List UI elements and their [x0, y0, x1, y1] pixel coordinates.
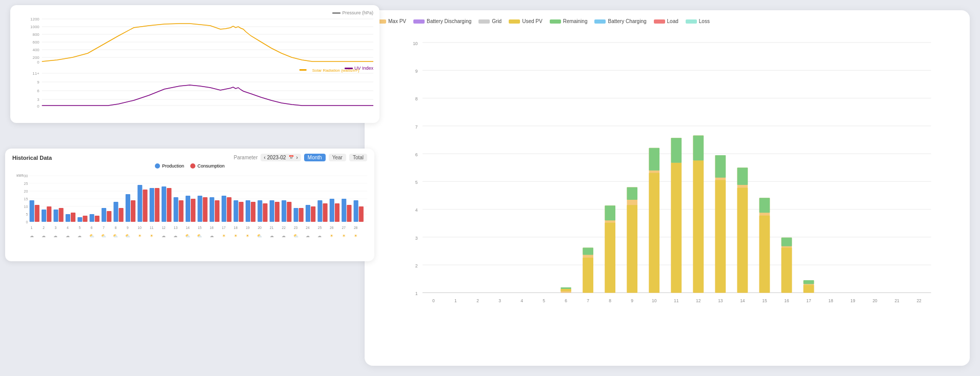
svg-text:6: 6 — [91, 226, 93, 229]
month-tab[interactable]: Month — [304, 154, 326, 161]
svg-rect-155 — [239, 202, 244, 222]
svg-text:19: 19 — [246, 226, 250, 229]
svg-text:7: 7 — [415, 124, 418, 130]
svg-text:⛅: ⛅ — [293, 233, 299, 238]
svg-rect-66 — [715, 180, 726, 293]
svg-text:20: 20 — [258, 226, 262, 229]
svg-rect-136 — [126, 194, 130, 222]
svg-text:☀: ☀ — [138, 234, 142, 238]
calendar-icon[interactable]: 📅 — [289, 155, 294, 160]
svg-text:☀: ☀ — [234, 234, 237, 238]
svg-text:14: 14 — [186, 226, 190, 229]
pressure-label: Pressure (hPa) — [342, 10, 373, 15]
legend-grid-label: Grid — [492, 18, 502, 24]
historical-title: Historical Data — [12, 155, 52, 161]
svg-rect-162 — [282, 200, 286, 222]
svg-text:5: 5 — [26, 213, 28, 216]
svg-text:3: 3 — [498, 298, 501, 303]
svg-text:☁: ☁ — [306, 234, 310, 238]
svg-rect-161 — [275, 202, 279, 222]
svg-rect-48 — [583, 258, 593, 293]
legend-usedpv-label: Used PV — [522, 18, 542, 24]
svg-rect-45 — [561, 289, 571, 291]
svg-rect-156 — [246, 200, 250, 222]
svg-text:9: 9 — [631, 298, 633, 303]
main-energy-panel: Max PV Battery Discharging Grid Used PV … — [365, 10, 970, 366]
svg-text:11+: 11+ — [32, 71, 39, 76]
date-navigator[interactable]: ‹ 2023-02 📅 › — [261, 154, 301, 161]
svg-text:0: 0 — [26, 220, 28, 224]
svg-rect-79 — [804, 280, 814, 284]
svg-text:☁: ☁ — [162, 234, 166, 238]
consumption-dot — [190, 163, 195, 169]
historical-legend: Production Consumption — [12, 163, 367, 169]
svg-text:☁: ☁ — [53, 234, 57, 238]
svg-text:1200: 1200 — [30, 17, 39, 22]
svg-text:18: 18 — [234, 226, 238, 229]
svg-rect-54 — [627, 205, 637, 293]
svg-rect-130 — [90, 214, 94, 222]
svg-rect-164 — [294, 208, 298, 222]
legend-load-label: Load — [667, 18, 678, 24]
svg-text:7: 7 — [103, 226, 105, 229]
svg-text:200: 200 — [32, 55, 39, 60]
legend-loss: Loss — [686, 18, 710, 24]
svg-rect-49 — [583, 247, 593, 255]
consumption-label: Consumption — [197, 163, 225, 169]
svg-text:3: 3 — [55, 226, 57, 229]
total-tab[interactable]: Total — [349, 154, 367, 161]
svg-text:⛅: ⛅ — [185, 233, 191, 238]
svg-text:3: 3 — [37, 97, 39, 102]
svg-text:13: 13 — [174, 226, 178, 229]
historical-controls: Parameter ‹ 2023-02 📅 › Month Year Total — [234, 154, 367, 161]
year-tab[interactable]: Year — [329, 154, 346, 161]
svg-text:16: 16 — [210, 226, 214, 229]
stacked-bar-chart: 10 9 8 7 6 5 4 3 2 1 0 1 2 3 4 — [375, 28, 959, 325]
svg-rect-149 — [203, 197, 207, 222]
svg-text:13: 13 — [718, 298, 723, 303]
svg-rect-158 — [257, 200, 262, 222]
svg-text:22: 22 — [916, 298, 922, 303]
svg-rect-128 — [77, 217, 82, 222]
svg-text:9: 9 — [415, 69, 418, 74]
svg-rect-167 — [311, 206, 315, 222]
legend-remaining: Remaining — [550, 18, 588, 24]
svg-rect-73 — [759, 198, 770, 213]
legend-usedpv-color — [509, 19, 520, 24]
production-label: Production — [162, 163, 184, 169]
svg-rect-132 — [102, 208, 106, 222]
svg-text:17: 17 — [806, 298, 811, 303]
svg-rect-134 — [113, 202, 118, 222]
svg-rect-67 — [715, 155, 726, 178]
svg-text:25: 25 — [24, 182, 28, 185]
svg-text:30: 30 — [24, 174, 28, 178]
next-month-button[interactable]: › — [296, 155, 298, 160]
production-dot — [155, 163, 160, 169]
svg-rect-51 — [605, 223, 615, 293]
svg-rect-60 — [671, 163, 682, 293]
svg-rect-126 — [66, 214, 70, 222]
svg-text:8: 8 — [609, 298, 611, 303]
legend-battery-discharge: Battery Discharging — [413, 18, 471, 24]
svg-text:11: 11 — [674, 298, 679, 303]
prev-month-button[interactable]: ‹ — [264, 155, 265, 160]
svg-text:⛅: ⛅ — [101, 233, 107, 238]
svg-text:7: 7 — [587, 298, 589, 303]
svg-text:☀: ☀ — [330, 234, 333, 238]
svg-rect-135 — [119, 208, 124, 222]
svg-rect-76 — [782, 238, 792, 246]
svg-rect-131 — [95, 216, 99, 222]
svg-rect-147 — [191, 199, 195, 222]
svg-text:8: 8 — [115, 226, 117, 229]
svg-rect-72 — [759, 216, 770, 293]
legend-remaining-label: Remaining — [563, 18, 588, 24]
svg-text:14: 14 — [740, 298, 745, 303]
legend-loss-label: Loss — [699, 18, 710, 24]
svg-text:5: 5 — [78, 226, 81, 229]
svg-rect-70 — [737, 168, 748, 185]
legend-battery-charge-color — [594, 19, 606, 24]
svg-text:☀: ☀ — [354, 234, 357, 238]
svg-text:10: 10 — [413, 41, 418, 46]
svg-text:☁: ☁ — [173, 234, 177, 238]
svg-rect-160 — [270, 200, 274, 222]
